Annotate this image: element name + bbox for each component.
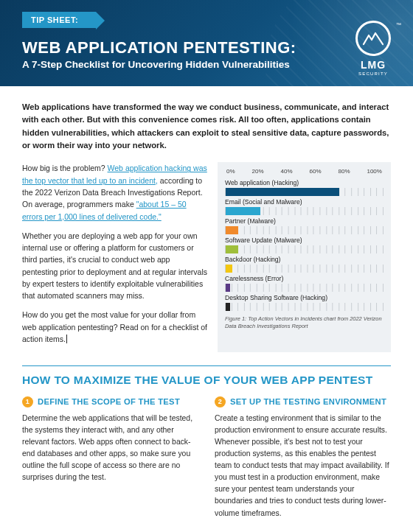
chart-track: [225, 284, 384, 292]
brand-logo: ™ LMG SECURITY: [348, 21, 398, 76]
step-title: SET UP THE TESTING ENVIRONMENT: [230, 396, 386, 408]
body-p1-a: How big is the problem?: [22, 164, 108, 172]
tick: 40%: [281, 168, 293, 175]
chart-bar: [226, 188, 339, 196]
chart-row: Backdoor (Hacking): [225, 256, 384, 273]
chart-row: Software Update (Malware): [225, 237, 384, 253]
chart-axis: 0% 20% 40% 60% 80% 100%: [225, 168, 384, 177]
chart-row: Web application (Hacking): [225, 179, 384, 196]
chart-track: [225, 207, 384, 215]
mountain-icon: [355, 21, 391, 56]
tick: 80%: [338, 168, 350, 175]
text-cursor-icon: [66, 335, 67, 343]
body-p2: Whether you are deploying a web app for …: [22, 230, 207, 302]
chart-row-label: Email (Social and Malware): [225, 198, 384, 206]
chart-bar: [226, 265, 232, 273]
chart-bar: [226, 207, 260, 215]
tick: 60%: [310, 168, 322, 175]
chart-top-action-vectors: 0% 20% 40% 60% 80% 100% Web application …: [218, 162, 391, 352]
chart-row-label: Software Update (Malware): [225, 237, 384, 244]
page-subtitle: A 7-Step Checklist for Uncovering Hidden…: [22, 59, 391, 70]
step-body: Determine the web applications that will…: [22, 413, 198, 484]
chart-row: Email (Social and Malware): [225, 198, 384, 215]
chart-bar: [226, 245, 238, 253]
chart-row: Partner (Malware): [225, 217, 384, 234]
body-p3: How do you get the most value for your d…: [22, 310, 207, 343]
tip-sheet-ribbon: TIP SHEET:: [22, 12, 96, 28]
section-divider: [22, 365, 391, 366]
tick: 0%: [226, 168, 235, 175]
chart-row: Carelessness (Error): [225, 275, 384, 292]
chart-track: [225, 188, 384, 196]
step-number-badge: 2: [215, 396, 226, 407]
chart-row-label: Carelessness (Error): [225, 275, 384, 282]
chart-row-label: Desktop Sharing Software (Hacking): [225, 294, 384, 301]
chart-bar: [226, 303, 230, 311]
step-number-badge: 1: [22, 396, 33, 407]
chart-track: [225, 265, 384, 273]
chart-row-label: Partner (Malware): [225, 217, 384, 225]
body-text: How big is the problem? Web application …: [22, 162, 207, 352]
chart-track: [225, 303, 384, 311]
chart-track: [225, 226, 384, 234]
tick: 100%: [367, 168, 381, 175]
chart-row-label: Backdoor (Hacking): [225, 256, 384, 263]
brand-sub: SECURITY: [348, 71, 398, 76]
chart-bar: [226, 226, 238, 234]
chart-track: [225, 245, 384, 253]
trademark-icon: ™: [396, 22, 401, 27]
hero-banner: TIP SHEET: WEB APPLICATION PENTESTING: A…: [0, 0, 413, 86]
tick: 20%: [252, 168, 264, 175]
step-body: Create a testing environment that is sim…: [215, 413, 391, 519]
page-title: WEB APPLICATION PENTESTING:: [22, 38, 391, 57]
step-title: DEFINE THE SCOPE OF THE TEST: [38, 396, 180, 408]
brand-name: LMG: [348, 59, 398, 71]
chart-row: Desktop Sharing Software (Hacking): [225, 294, 384, 311]
step-2: 2 SET UP THE TESTING ENVIRONMENT Create …: [215, 396, 391, 519]
section-title: HOW TO MAXIMIZE THE VALUE OF YOUR WEB AP…: [22, 374, 391, 387]
chart-bar: [226, 284, 230, 292]
intro-paragraph: Web applications have transformed the wa…: [22, 101, 391, 152]
chart-row-label: Web application (Hacking): [225, 179, 384, 186]
chart-caption: Figure 1: Top Action Vectors in Incident…: [225, 315, 384, 330]
step-1: 1 DEFINE THE SCOPE OF THE TEST Determine…: [22, 396, 198, 519]
